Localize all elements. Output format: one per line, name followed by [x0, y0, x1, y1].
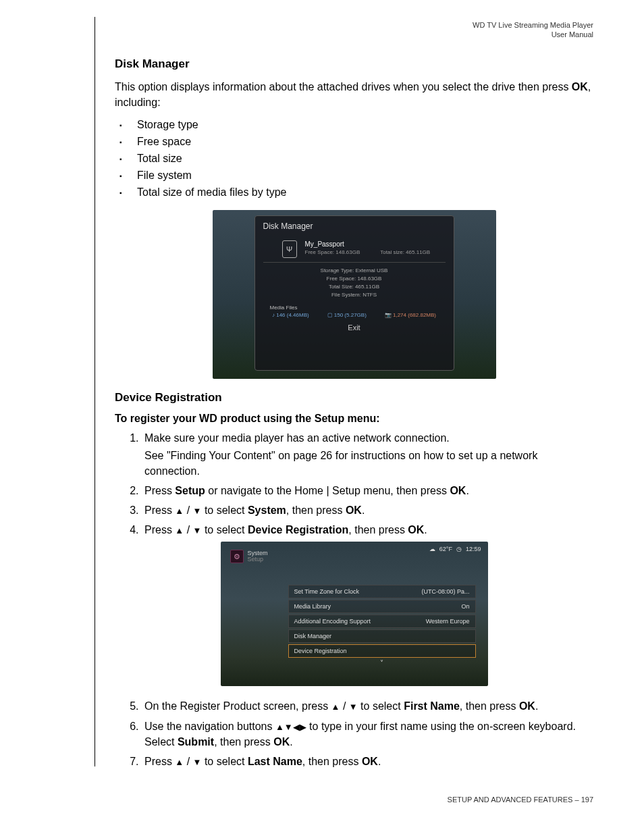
dm-exit: Exit	[263, 323, 446, 332]
dm-media-photo: 📷 1,274 (682.82MB)	[385, 312, 436, 318]
down-arrow-icon: ▼	[349, 701, 358, 714]
t: First Name	[404, 700, 460, 712]
setup-item: Media LibraryOn	[288, 600, 476, 613]
t: , then press	[348, 524, 408, 536]
t: , then press	[302, 756, 362, 767]
cloud-icon: ☁	[429, 546, 435, 552]
l: Set Time Zone for Clock	[294, 588, 360, 595]
step-6: Use the navigation buttons ▲▼◀▶ to type …	[142, 719, 593, 750]
setup-item-selected: Device Registration	[288, 644, 476, 658]
dm-media-video: ▢ 150 (5.27GB)	[327, 312, 367, 318]
dm-free-space: Free Space: 148.63GB	[305, 249, 360, 255]
bullet: Total size	[132, 151, 593, 167]
header-line-1: WD TV Live Streaming Media Player	[473, 20, 593, 30]
step-2: Press Setup or navigate to the Home | Se…	[142, 483, 593, 498]
dm-drive-name: My_Passport	[305, 240, 446, 248]
bullet: Storage type	[132, 117, 593, 134]
disk-manager-intro: This option displays information about t…	[115, 79, 593, 110]
down-arrow-icon: ▼	[193, 756, 202, 769]
t: to select	[201, 524, 247, 536]
up-arrow-icon: ▲	[175, 505, 184, 518]
dm-detail-free: Free Space: 148.63GB	[263, 275, 446, 283]
chevron-down-icon: ˅	[288, 659, 476, 667]
up-arrow-icon: ▲	[275, 721, 284, 734]
t: /	[184, 504, 192, 516]
t: /	[340, 700, 348, 712]
t: Press	[144, 524, 175, 536]
setup-item: Set Time Zone for Clock(UTC-08:00) Pa...	[288, 585, 476, 598]
dm-detail-total: Total Size: 465.11GB	[263, 283, 446, 291]
l: Media Library	[294, 603, 331, 610]
t: , then press	[214, 736, 273, 748]
r: Western Europe	[426, 618, 470, 625]
t: .	[290, 736, 292, 748]
dm-media-music: ♪ 146 (4.46MB)	[272, 312, 309, 318]
setup-item: Disk Manager	[288, 629, 476, 643]
t: .	[378, 756, 381, 767]
page-footer: SETUP AND ADVANCED FEATURES – 197	[448, 796, 593, 804]
disk-manager-heading: Disk Manager	[115, 57, 593, 71]
t: Submit	[178, 736, 214, 748]
step-7: Press ▲ / ▼ to select Last Name, then pr…	[142, 754, 593, 769]
intro-text-a: This option displays information about t…	[115, 81, 572, 93]
t: .	[362, 504, 365, 516]
device-registration-sub: To register your WD product using the Se…	[115, 413, 593, 425]
down-arrow-icon: ▼	[193, 525, 202, 538]
disk-manager-bullets: Storage type Free space Total size File …	[132, 117, 593, 201]
right-arrow-icon: ▶	[300, 721, 306, 734]
time-value: 12:59	[466, 546, 481, 552]
usb-icon: Ψ	[282, 240, 297, 258]
t: to select	[358, 700, 404, 712]
t: Last Name	[248, 756, 302, 767]
t: Press	[144, 485, 175, 496]
dm-detail-storage: Storage Type: External USB	[263, 267, 446, 275]
t: .	[466, 485, 468, 496]
vertical-divider	[95, 17, 95, 766]
dm-total-size: Total size: 465.11GB	[380, 249, 430, 255]
setup-item: Additional Encoding SupportWestern Europ…	[288, 615, 476, 628]
l: Additional Encoding Support	[294, 618, 371, 625]
steps-list-b: On the Register Product screen, press ▲ …	[142, 698, 593, 769]
t: Press	[144, 756, 175, 767]
t: , then press	[286, 504, 346, 516]
t: System	[248, 504, 286, 516]
t: to select	[201, 756, 247, 767]
step-3: Press ▲ / ▼ to select System, then press…	[142, 502, 593, 518]
t: , then press	[460, 700, 519, 712]
temp-value: 62°F	[439, 546, 452, 552]
t: Setup	[175, 485, 205, 496]
l: Device Registration	[294, 648, 347, 654]
r: On	[461, 603, 469, 610]
page-header: WD TV Live Streaming Media Player User M…	[473, 20, 593, 40]
clock-icon: ◷	[456, 546, 462, 552]
t: .	[424, 524, 427, 536]
t: or navigate to the Home | Setup menu, th…	[205, 485, 450, 496]
t: /	[184, 524, 192, 536]
dm-detail-fs: File System: NTFS	[263, 291, 446, 299]
t: On the Register Product screen, press	[144, 700, 331, 712]
t: OK	[450, 485, 466, 496]
step1-line1: Make sure your media player has an activ…	[144, 432, 450, 444]
up-arrow-icon: ▲	[175, 756, 184, 769]
t: OK	[408, 524, 424, 536]
t: .	[535, 700, 538, 712]
bullet: File system	[132, 167, 593, 184]
disk-manager-screenshot: Disk Manager Ψ My_Passport Free Space: 1…	[213, 210, 496, 379]
steps-list-a: Make sure your media player has an activ…	[142, 430, 593, 538]
up-arrow-icon: ▲	[331, 701, 340, 714]
step-5: On the Register Product screen, press ▲ …	[142, 698, 593, 714]
down-arrow-icon: ▼	[193, 505, 202, 518]
down-arrow-icon: ▼	[284, 721, 293, 734]
crumb-setup: Setup	[248, 556, 268, 563]
t: /	[184, 756, 192, 767]
l: Disk Manager	[294, 633, 332, 640]
setup-screenshot: ☁ 62°F ◷ 12:59 ⚙ System Setup Set Time Z…	[221, 542, 488, 686]
step1-line2: See "Finding Your Content" on page 26 fo…	[144, 448, 593, 479]
device-registration-heading: Device Registration	[115, 391, 593, 405]
t: OK	[346, 504, 362, 516]
t: OK	[519, 700, 535, 712]
header-line-2: User Manual	[473, 30, 593, 39]
up-arrow-icon: ▲	[175, 525, 184, 538]
t: Press	[144, 504, 175, 516]
t: OK	[273, 736, 290, 748]
